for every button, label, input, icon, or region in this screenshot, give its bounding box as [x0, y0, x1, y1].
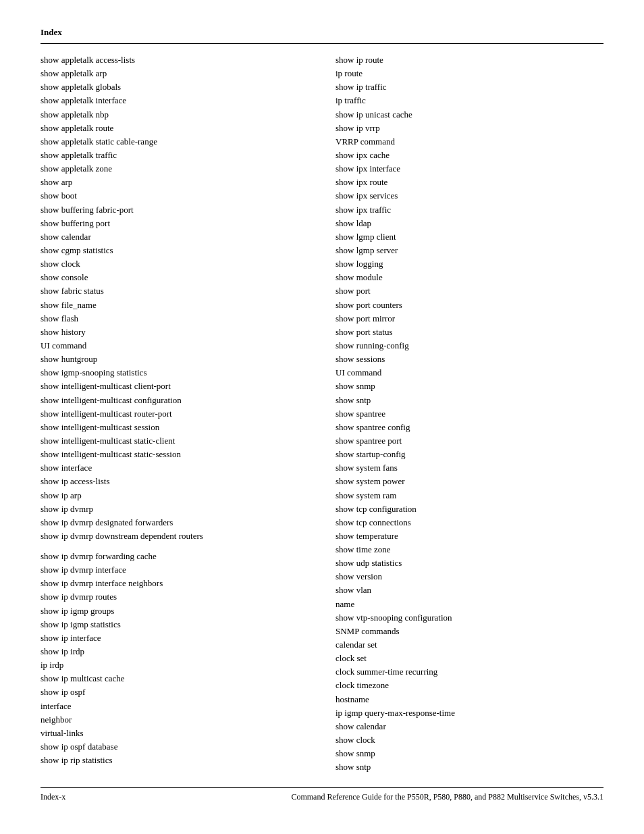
- list-item: show appletalk nbp: [41, 108, 308, 122]
- list-item: show vlan: [336, 583, 603, 597]
- list-item: show port status: [336, 325, 603, 339]
- list-item: SNMP commands: [336, 625, 603, 638]
- list-item: show vtp-snooping configuration: [336, 611, 603, 625]
- list-item: show ldap: [336, 217, 603, 230]
- header: Index: [41, 27, 603, 38]
- list-item: neighbor: [41, 713, 308, 727]
- list-item: show port mirror: [336, 312, 603, 325]
- list-item: show port: [336, 284, 603, 298]
- list-item: show system ram: [336, 489, 603, 502]
- list-item: show ip rip statistics: [41, 754, 308, 767]
- list-item: virtual-links: [41, 727, 308, 740]
- left-column: show appletalk access-listsshow appletal…: [41, 53, 308, 774]
- list-item: show buffering port: [41, 217, 308, 230]
- list-item: show lgmp client: [336, 230, 603, 244]
- list-item: show appletalk static cable-range: [41, 135, 308, 149]
- list-item: show intelligent-multicast router-port: [41, 407, 308, 421]
- list-item: show snmp: [336, 380, 603, 393]
- list-item: name: [336, 598, 603, 611]
- list-item: show history: [41, 325, 308, 339]
- list-item: show appletalk traffic: [41, 149, 308, 162]
- list-item: show ip arp: [41, 489, 308, 502]
- list-item: show appletalk zone: [41, 162, 308, 176]
- content-columns: show appletalk access-listsshow appletal…: [41, 53, 603, 774]
- list-item: show spantree port: [336, 434, 603, 448]
- list-item: show appletalk route: [41, 122, 308, 135]
- list-item: show clock: [336, 733, 603, 747]
- page: Index show appletalk access-listsshow ap…: [0, 0, 644, 834]
- list-item: clock timezone: [336, 679, 603, 692]
- list-item: show system power: [336, 475, 603, 488]
- list-item: show startup-config: [336, 448, 603, 461]
- spacer: [41, 543, 308, 550]
- list-item: show ip multicast cache: [41, 672, 308, 685]
- list-item: show intelligent-multicast static-client: [41, 434, 308, 448]
- list-item: show tcp configuration: [336, 502, 603, 516]
- list-item: show ip dvmrp downstream dependent route…: [41, 529, 308, 543]
- list-item: clock set: [336, 652, 603, 665]
- header-title: Index: [41, 27, 62, 37]
- list-item: hostname: [336, 693, 603, 706]
- list-item: show version: [336, 570, 603, 583]
- list-item: show cgmp statistics: [41, 244, 308, 257]
- list-item: show appletalk interface: [41, 94, 308, 107]
- list-item: show ip dvmrp routes: [41, 590, 308, 604]
- list-item: show sessions: [336, 353, 603, 366]
- list-item: show ip access-lists: [41, 475, 308, 488]
- list-item: ip igmp query-max-response-time: [336, 706, 603, 720]
- list-item: show ipx traffic: [336, 203, 603, 217]
- list-item: show arp: [41, 176, 308, 189]
- list-item: show ip dvmrp interface: [41, 563, 308, 577]
- right-column: show ip routeip routeshow ip trafficip t…: [336, 53, 603, 774]
- list-item: show spantree: [336, 407, 603, 421]
- list-item: show calendar: [336, 720, 603, 733]
- list-item: show appletalk access-lists: [41, 53, 308, 67]
- list-item: show ip igmp groups: [41, 604, 308, 618]
- list-item: UI command: [41, 339, 308, 353]
- list-item: show ipx services: [336, 189, 603, 203]
- list-item: show intelligent-multicast client-port: [41, 380, 308, 393]
- list-item: show ip dvmrp interface neighbors: [41, 577, 308, 590]
- list-item: show tcp connections: [336, 516, 603, 529]
- list-item: show ip route: [336, 53, 603, 67]
- list-item: show system fans: [336, 461, 603, 475]
- list-item: show clock: [41, 257, 308, 271]
- list-item: show sntp: [336, 760, 603, 774]
- list-item: show boot: [41, 189, 308, 203]
- list-item: show intelligent-multicast static-sessio…: [41, 448, 308, 461]
- list-item: show snmp: [336, 747, 603, 760]
- list-item: UI command: [336, 366, 603, 380]
- list-item: show ip vrrp: [336, 122, 603, 135]
- list-item: show console: [41, 271, 308, 284]
- list-item: show logging: [336, 257, 603, 271]
- list-item: show interface: [41, 461, 308, 475]
- list-item: show flash: [41, 312, 308, 325]
- list-item: show huntgroup: [41, 353, 308, 366]
- list-item: show appletalk arp: [41, 67, 308, 80]
- list-item: show ip dvmrp: [41, 502, 308, 516]
- list-item: show calendar: [41, 230, 308, 244]
- list-item: show ip traffic: [336, 80, 603, 94]
- list-item: ip irdp: [41, 658, 308, 672]
- list-item: show ip igmp statistics: [41, 618, 308, 631]
- footer: Index-x Command Reference Guide for the …: [41, 792, 603, 802]
- list-item: show module: [336, 271, 603, 284]
- list-item: show igmp-snooping statistics: [41, 366, 308, 380]
- list-item: show spantree config: [336, 421, 603, 434]
- list-item: calendar set: [336, 638, 603, 652]
- list-item: show ip interface: [41, 631, 308, 645]
- list-item: show ip dvmrp forwarding cache: [41, 550, 308, 563]
- list-item: show file_name: [41, 298, 308, 312]
- footer-rule: [41, 787, 603, 788]
- list-item: show ip irdp: [41, 645, 308, 658]
- list-item: show buffering fabric-port: [41, 203, 308, 217]
- list-item: VRRP command: [336, 135, 603, 149]
- list-item: show ip ospf: [41, 685, 308, 699]
- list-item: show temperature: [336, 529, 603, 543]
- list-item: show port counters: [336, 298, 603, 312]
- footer-left: Index-x: [41, 792, 65, 802]
- list-item: show ip unicast cache: [336, 108, 603, 122]
- list-item: show lgmp server: [336, 244, 603, 257]
- list-item: show ip dvmrp designated forwarders: [41, 516, 308, 529]
- list-item: show appletalk globals: [41, 80, 308, 94]
